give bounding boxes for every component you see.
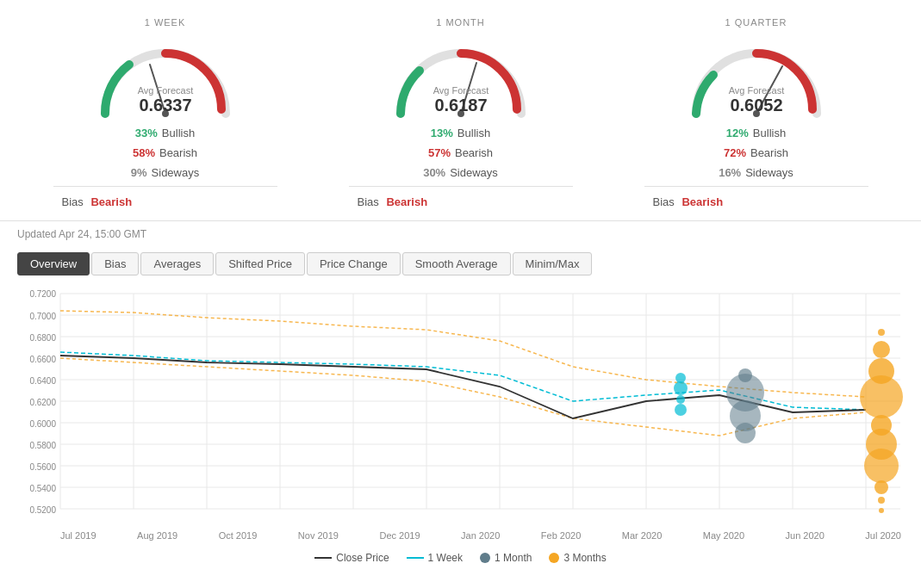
legend-label-1month: 1 Month (495, 552, 532, 564)
tab-averages[interactable]: Averages (140, 252, 214, 275)
svg-point-61 (874, 480, 888, 494)
stats-row-1quarter: 12%Bullish (627, 127, 886, 139)
svg-point-57 (860, 375, 903, 418)
legend-label-3months: 3 Months (563, 552, 606, 564)
x-label-jun2020: Jun 2020 (786, 530, 825, 541)
legend-label-close: Close Price (336, 552, 389, 564)
gauge-panel-1month: 1 MONTH Avg Forecast 0.6187 13%Bullish 5… (332, 17, 590, 212)
x-label-mar2020: Mar 2020 (622, 530, 662, 541)
svg-point-53 (735, 423, 756, 443)
svg-text:Avg Forecast: Avg Forecast (137, 85, 193, 96)
x-label-feb2020: Feb 2020 (541, 530, 581, 541)
svg-text:0.6600: 0.6600 (29, 355, 56, 364)
svg-point-47 (674, 381, 688, 395)
bullish-pct-1week: 33% (135, 127, 158, 139)
x-label-aug2019: Aug 2019 (137, 530, 177, 541)
svg-text:0.5200: 0.5200 (29, 505, 56, 515)
tab-shifted-price[interactable]: Shifted Price (215, 252, 305, 275)
legend-line-1week (407, 557, 424, 559)
gauge-container-1week: Avg Forecast 0.6337 (88, 32, 243, 118)
gauge-panel-1week: 1 WEEK Avg Forecast 0.6337 33%Bull (36, 17, 295, 212)
svg-text:0.6052: 0.6052 (730, 96, 782, 115)
chart-area: .grid-line { stroke: #e8e8e8; stroke-wid… (13, 285, 908, 541)
svg-point-55 (873, 341, 890, 358)
svg-text:0.6187: 0.6187 (434, 96, 487, 115)
legend-close-price: Close Price (314, 552, 389, 564)
svg-text:0.7000: 0.7000 (29, 312, 56, 321)
legend-line-close (314, 557, 332, 559)
svg-text:0.6000: 0.6000 (29, 419, 56, 429)
x-axis-labels: Jul 2019 Aug 2019 Oct 2019 Nov 2019 Dec … (13, 529, 908, 541)
bias-row-1month: Bias Bearish (332, 192, 590, 212)
tab-bar: Overview Bias Averages Shifted Price Pri… (0, 247, 921, 281)
x-label-dec2019: Dec 2019 (379, 530, 420, 541)
update-text: Updated Apr 24, 15:00 GMT (0, 221, 921, 247)
legend-label-1week: 1 Week (428, 552, 463, 564)
legend-dot-3months (549, 553, 559, 563)
panel-period-1quarter: 1 QUARTER (627, 17, 886, 28)
svg-text:0.6200: 0.6200 (29, 398, 56, 407)
x-label-may2020: May 2020 (703, 530, 744, 541)
svg-text:0.7200: 0.7200 (29, 289, 56, 299)
bearish-pct-1week: 58% (133, 146, 155, 159)
svg-point-54 (878, 329, 885, 336)
svg-text:0.5400: 0.5400 (29, 484, 56, 493)
bias-row-1quarter: Bias Bearish (627, 192, 886, 212)
chart-legend: Close Price 1 Week 1 Month 3 Months (0, 545, 921, 571)
svg-text:Avg Forecast: Avg Forecast (432, 85, 489, 96)
svg-text:0.6400: 0.6400 (29, 376, 56, 386)
x-label-jan2020: Jan 2020 (461, 530, 500, 541)
panel-period-1week: 1 WEEK (36, 17, 295, 28)
gauge-panel-1quarter: 1 QUARTER Avg Forecast 0.6052 12%Bullish… (627, 17, 886, 212)
stats-row-1week: 33%Bullish (36, 127, 295, 139)
svg-text:0.5600: 0.5600 (29, 462, 56, 472)
x-label-oct2019: Oct 2019 (219, 530, 258, 541)
gauge-container-1month: Avg Forecast 0.6187 (383, 32, 538, 118)
legend-dot-1month (480, 553, 490, 563)
legend-1month: 1 Month (480, 552, 532, 564)
bias-row-1week: Bias Bearish (36, 192, 295, 212)
x-label-jul2020: Jul 2020 (865, 530, 901, 541)
svg-text:0.6337: 0.6337 (139, 96, 191, 115)
chart-svg: .grid-line { stroke: #e8e8e8; stroke-wid… (13, 285, 908, 526)
svg-point-63 (879, 508, 884, 513)
gauge-row: 1 WEEK Avg Forecast 0.6337 33%Bull (0, 9, 921, 221)
x-label-nov2019: Nov 2019 (298, 530, 339, 541)
svg-point-48 (676, 395, 685, 404)
svg-point-60 (864, 449, 899, 483)
panel-period-1month: 1 MONTH (332, 17, 590, 28)
svg-text:0.6800: 0.6800 (29, 333, 56, 343)
stats-row-1month: 13%Bullish (332, 127, 590, 139)
svg-point-62 (878, 497, 885, 504)
tab-smooth-average[interactable]: Smooth Average (402, 252, 511, 275)
svg-point-49 (675, 404, 687, 416)
svg-text:Avg Forecast: Avg Forecast (728, 85, 784, 96)
tab-minim-max[interactable]: Minim/Max (513, 252, 593, 275)
legend-3months: 3 Months (549, 552, 606, 564)
tab-overview[interactable]: Overview (17, 252, 90, 275)
tab-price-change[interactable]: Price Change (307, 252, 401, 275)
gauge-container-1quarter: Avg Forecast 0.6052 (679, 32, 834, 118)
sideways-pct-1week: 9% (131, 166, 147, 179)
x-label-jul2019: Jul 2019 (60, 530, 96, 541)
legend-1week: 1 Week (407, 552, 463, 564)
main-container: 1 WEEK Avg Forecast 0.6337 33%Bull (0, 0, 921, 579)
svg-text:0.5800: 0.5800 (29, 441, 56, 450)
tab-bias[interactable]: Bias (91, 252, 139, 275)
